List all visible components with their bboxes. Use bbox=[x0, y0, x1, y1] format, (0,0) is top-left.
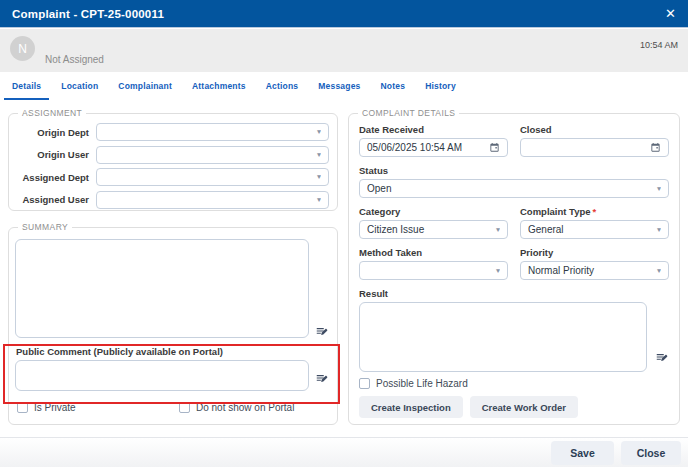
tab-details[interactable]: Details bbox=[2, 72, 51, 100]
tab-history[interactable]: History bbox=[415, 72, 466, 100]
tab-attachments[interactable]: Attachments bbox=[182, 72, 256, 100]
status-value: Open bbox=[367, 183, 657, 194]
method-taken-label: Method Taken bbox=[359, 247, 508, 258]
assigned-user-label: Assigned User bbox=[15, 194, 96, 205]
calendar-icon[interactable] bbox=[650, 142, 661, 153]
save-button[interactable]: Save bbox=[551, 441, 614, 465]
closed-label: Closed bbox=[520, 124, 669, 135]
assigned-user-row: Assigned User ▾ bbox=[15, 191, 329, 209]
possible-life-hazard-label: Possible Life Hazard bbox=[376, 378, 468, 389]
chevron-down-icon: ▾ bbox=[317, 196, 321, 203]
priority-select[interactable]: Normal Priority ▾ bbox=[520, 261, 669, 280]
assignment-legend: ASSIGNMENT bbox=[18, 108, 86, 118]
chevron-down-icon: ▾ bbox=[317, 173, 321, 180]
possible-life-hazard-checkbox[interactable] bbox=[359, 378, 370, 389]
public-comment-label: Public Comment (Publicly available on Po… bbox=[16, 346, 223, 357]
is-private-row: Is Private bbox=[17, 402, 179, 413]
chevron-down-icon: ▾ bbox=[657, 185, 661, 192]
chevron-down-icon: ▾ bbox=[657, 267, 661, 274]
action-buttons: Create Inspection Create Work Order bbox=[359, 396, 669, 418]
required-asterisk: * bbox=[593, 206, 597, 217]
timestamp: 10:54 AM bbox=[640, 40, 678, 50]
no-portal-row: Do not show on Portal bbox=[179, 402, 294, 413]
status-group: Status Open ▾ bbox=[359, 165, 669, 198]
assigned-dept-row: Assigned Dept ▾ bbox=[15, 168, 329, 186]
do-not-show-on-portal-checkbox[interactable] bbox=[179, 402, 190, 413]
date-received-input[interactable]: 05/06/2025 10:54 AM bbox=[359, 138, 508, 157]
tab-notes[interactable]: Notes bbox=[371, 72, 416, 100]
complaint-details-legend: COMPLAINT DETAILS bbox=[358, 108, 459, 118]
footer-bar: Save Close bbox=[0, 437, 688, 467]
edit-note-icon[interactable] bbox=[655, 350, 669, 372]
create-work-order-button[interactable]: Create Work Order bbox=[470, 396, 578, 418]
category-group: Category Citizen Issue ▾ bbox=[359, 206, 508, 239]
summary-section: SUMMARY Public Comment (Publicly availab… bbox=[8, 227, 338, 425]
date-received-group: Date Received 05/06/2025 10:54 AM bbox=[359, 124, 508, 157]
origin-user-row: Origin User ▾ bbox=[15, 146, 329, 164]
edit-note-icon[interactable] bbox=[315, 371, 329, 385]
assignment-section: ASSIGNMENT Origin Dept ▾ Origin User ▾ A… bbox=[8, 113, 338, 211]
complaint-details-section: COMPLAINT DETAILS Date Received 05/06/20… bbox=[348, 113, 680, 425]
summary-legend: SUMMARY bbox=[18, 222, 72, 232]
origin-dept-select[interactable]: ▾ bbox=[96, 123, 329, 141]
assignment-rows: Origin Dept ▾ Origin User ▾ Assigned Dep… bbox=[15, 123, 329, 209]
complaint-details-form: Date Received 05/06/2025 10:54 AM Closed bbox=[359, 124, 669, 418]
complaint-type-label: Complaint Type* bbox=[520, 206, 669, 217]
origin-dept-row: Origin Dept ▾ bbox=[15, 123, 329, 141]
category-label: Category bbox=[359, 206, 508, 217]
closed-input[interactable] bbox=[520, 138, 669, 157]
avatar-initial: N bbox=[18, 42, 27, 56]
tab-actions[interactable]: Actions bbox=[256, 72, 309, 100]
method-taken-select[interactable]: ▾ bbox=[359, 261, 508, 280]
public-comment-input[interactable] bbox=[15, 360, 309, 391]
category-value: Citizen Issue bbox=[367, 224, 496, 235]
priority-label: Priority bbox=[520, 247, 669, 258]
is-private-label: Is Private bbox=[34, 402, 76, 413]
complaint-type-group: Complaint Type* General ▾ bbox=[520, 206, 669, 239]
status-select[interactable]: Open ▾ bbox=[359, 179, 669, 198]
date-received-label: Date Received bbox=[359, 124, 508, 135]
tab-location[interactable]: Location bbox=[51, 72, 108, 100]
result-group: Result bbox=[359, 288, 669, 372]
complaint-type-select[interactable]: General ▾ bbox=[520, 220, 669, 239]
user-band: N Not Assigned 10:54 AM bbox=[0, 29, 688, 72]
calendar-icon[interactable] bbox=[489, 142, 500, 153]
origin-dept-label: Origin Dept bbox=[15, 127, 96, 138]
summary-checkboxes: Is Private Do not show on Portal bbox=[17, 402, 327, 413]
do-not-show-on-portal-label: Do not show on Portal bbox=[196, 402, 294, 413]
method-taken-group: Method Taken ▾ bbox=[359, 247, 508, 280]
titlebar: Complaint - CPT-25-000011 ✕ bbox=[0, 0, 688, 28]
assigned-dept-select[interactable]: ▾ bbox=[96, 168, 329, 186]
date-received-value: 05/06/2025 10:54 AM bbox=[367, 142, 489, 153]
avatar: N bbox=[10, 36, 35, 61]
chevron-down-icon: ▾ bbox=[317, 151, 321, 158]
edit-note-icon[interactable] bbox=[315, 324, 329, 338]
tab-messages[interactable]: Messages bbox=[308, 72, 370, 100]
is-private-checkbox[interactable] bbox=[17, 402, 28, 413]
chevron-down-icon: ▾ bbox=[657, 226, 661, 233]
assigned-dept-label: Assigned Dept bbox=[15, 172, 96, 183]
summary-textarea[interactable] bbox=[15, 239, 309, 338]
status-label: Status bbox=[359, 165, 669, 176]
priority-value: Normal Priority bbox=[528, 265, 657, 276]
origin-user-label: Origin User bbox=[15, 149, 96, 160]
chevron-down-icon: ▾ bbox=[496, 226, 500, 233]
category-select[interactable]: Citizen Issue ▾ bbox=[359, 220, 508, 239]
complaint-type-value: General bbox=[528, 224, 657, 235]
chevron-down-icon: ▾ bbox=[496, 267, 500, 274]
close-icon[interactable]: ✕ bbox=[665, 7, 676, 20]
life-hazard-row: Possible Life Hazard bbox=[359, 378, 669, 389]
assigned-user-name: Not Assigned bbox=[45, 54, 104, 65]
dialog-title: Complaint - CPT-25-000011 bbox=[12, 8, 164, 20]
chevron-down-icon: ▾ bbox=[317, 128, 321, 135]
tab-bar: Details Location Complainant Attachments… bbox=[2, 72, 688, 100]
result-textarea[interactable] bbox=[359, 302, 647, 372]
priority-group: Priority Normal Priority ▾ bbox=[520, 247, 669, 280]
create-inspection-button[interactable]: Create Inspection bbox=[359, 396, 463, 418]
origin-user-select[interactable]: ▾ bbox=[96, 146, 329, 164]
tab-complainant[interactable]: Complainant bbox=[108, 72, 182, 100]
assigned-user-select[interactable]: ▾ bbox=[96, 191, 329, 209]
closed-group: Closed bbox=[520, 124, 669, 157]
close-button[interactable]: Close bbox=[621, 441, 681, 465]
result-label: Result bbox=[359, 288, 669, 299]
